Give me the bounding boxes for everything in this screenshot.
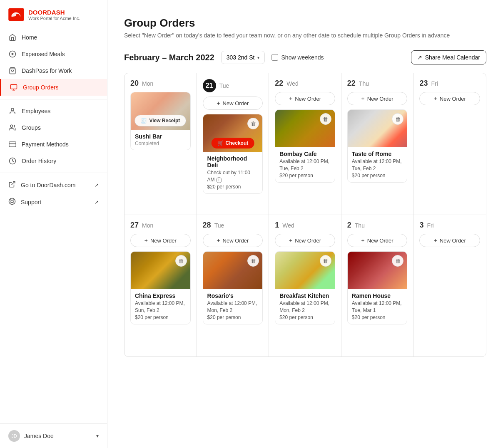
price-per-person: $20 per person: [207, 314, 259, 321]
user-name: James Doe: [24, 433, 92, 439]
checkout-button[interactable]: 🛒Checkout: [212, 138, 254, 149]
today-date-number: 21: [203, 79, 216, 92]
svg-rect-9: [9, 142, 16, 147]
sidebar-item-group-orders[interactable]: Group Orders: [0, 79, 107, 96]
delete-order-button[interactable]: 🗑: [392, 113, 403, 125]
cell-header: 23Fri: [413, 73, 486, 92]
restaurant-image: 🗑: [348, 252, 407, 289]
location-dropdown[interactable]: 303 2nd St ▾: [221, 51, 265, 64]
info-icon[interactable]: i: [216, 177, 222, 183]
card-icon: [8, 140, 17, 149]
cell-header: 27Mon: [125, 215, 197, 234]
date-number: 1: [275, 221, 279, 230]
day-name: Wed: [286, 80, 299, 87]
delete-order-button[interactable]: 🗑: [247, 255, 259, 267]
cell-header: 21Tue: [197, 73, 269, 97]
show-weekends-toggle[interactable]: Show weekends: [271, 54, 324, 61]
receipt-icon: 🧾: [141, 118, 147, 124]
person-icon: [8, 107, 17, 115]
restaurant-card-taste-of-rome: 🗑Taste of RomeAvailable at 12:00 PM, Tue…: [347, 109, 408, 183]
plus-icon: +: [289, 237, 292, 244]
sidebar-item-home[interactable]: Home: [0, 29, 107, 46]
sidebar-item-support[interactable]: Support ↗: [0, 193, 107, 210]
restaurant-card-breakfast-kitchen: 🗑Breakfast KitchenAvailable at 12:00 PM,…: [275, 251, 335, 324]
sidebar-item-expensed-meals[interactable]: Expensed Meals: [0, 46, 107, 62]
sidebar-item-groups[interactable]: Groups: [0, 119, 107, 136]
day-name: Thu: [359, 80, 369, 87]
nav-divider-2: [0, 173, 107, 173]
restaurant-image: 🗑: [348, 110, 407, 147]
plus-icon: +: [434, 237, 437, 244]
sidebar-item-order-history[interactable]: Order History: [0, 153, 107, 169]
day-name: Thu: [355, 222, 365, 229]
sidebar-item-go-to-doordash[interactable]: Go to DoorDash.com ↗: [0, 176, 107, 193]
svg-point-7: [11, 108, 14, 111]
date-number: 23: [419, 79, 428, 88]
order-status: Completed: [135, 141, 186, 146]
price-per-person: $20 per person: [207, 183, 259, 191]
persons-icon: [8, 124, 17, 132]
brand-name: DOORDASH: [28, 9, 80, 16]
share-meal-calendar-button[interactable]: ↗ Share Meal Calendar: [411, 50, 486, 64]
date-number: 2: [347, 221, 351, 230]
sidebar-item-dashpass[interactable]: DashPass for Work: [0, 62, 107, 79]
sidebar-label-group-orders: Group Orders: [23, 84, 59, 91]
new-order-button[interactable]: +New Order: [203, 97, 263, 110]
home-icon: [8, 33, 17, 42]
restaurant-name: Rosario's: [207, 292, 259, 299]
restaurant-image: 🗑: [131, 252, 190, 289]
restaurant-image: 🗑: [275, 110, 335, 147]
view-receipt-button[interactable]: 🧾View Receipt: [134, 115, 186, 126]
plus-icon: +: [217, 100, 220, 106]
availability-text: Available at 12:00 PM, Sun, Feb 2: [135, 300, 186, 314]
weekends-checkbox[interactable]: [271, 54, 278, 61]
delete-order-button[interactable]: 🗑: [247, 118, 259, 129]
restaurant-image: 🛒Checkout🗑: [203, 114, 263, 152]
svg-line-17: [10, 203, 11, 203]
sidebar-label-go-to-doordash: Go to DoorDash.com: [21, 182, 76, 188]
new-order-button[interactable]: +New Order: [203, 234, 263, 247]
trash-icon: 🗑: [251, 121, 256, 127]
location-chevron-icon: ▾: [257, 55, 259, 60]
day-name: Mon: [142, 80, 153, 87]
price-per-person: $20 per person: [279, 172, 331, 179]
page-title: Group Orders: [124, 17, 486, 30]
delete-order-button[interactable]: 🗑: [392, 255, 403, 267]
restaurant-card-bombay-cafe: 🗑Bombay CafeAvailable at 12:00 PM, Tue, …: [275, 109, 335, 183]
restaurant-image: 🗑: [203, 252, 263, 289]
calendar-cell-0-4: 23Fri+New Order: [413, 73, 486, 215]
new-order-button[interactable]: +New Order: [130, 234, 191, 247]
svg-line-16: [13, 203, 14, 203]
card-info: Bombay CafeAvailable at 12:00 PM, Tue, F…: [275, 147, 335, 182]
new-order-button[interactable]: +New Order: [419, 92, 480, 105]
new-order-button[interactable]: +New Order: [275, 92, 335, 105]
page-subtitle: Select "New Order" on today's date to fe…: [124, 32, 486, 39]
card-info: Ramen HouseAvailable at 12:00 PM, Tue, M…: [348, 289, 407, 324]
user-profile-area[interactable]: JD James Doe ▾: [0, 423, 107, 448]
availability-text: Available at 12:00 PM, Mon, Feb 2: [207, 300, 259, 314]
nav-divider: [0, 99, 107, 99]
svg-point-14: [11, 200, 13, 203]
calendar-grid: 20Mon🧾View ReceiptSushi BarCompleted21Tu…: [124, 73, 486, 357]
cell-header: 1Wed: [269, 215, 341, 234]
sidebar-label-payment-methods: Payment Methods: [22, 141, 69, 148]
restaurant-image: 🧾View Receipt: [131, 92, 190, 130]
cell-header: 22Wed: [269, 73, 341, 92]
svg-point-8: [10, 125, 13, 127]
group-orders-icon: [10, 83, 18, 92]
new-order-button[interactable]: +New Order: [419, 234, 480, 247]
delete-order-button[interactable]: 🗑: [175, 255, 187, 267]
price-per-person: $20 per person: [279, 314, 331, 321]
delete-order-button[interactable]: 🗑: [320, 255, 331, 267]
new-order-button[interactable]: +New Order: [347, 234, 408, 247]
calendar-cell-0-0: 20Mon🧾View ReceiptSushi BarCompleted: [125, 73, 197, 215]
new-order-button[interactable]: +New Order: [275, 234, 335, 247]
availability-text: Available at 12:00 PM, Mon, Feb 2: [279, 300, 331, 314]
restaurant-image: 🗑: [275, 252, 335, 289]
card-info: China ExpressAvailable at 12:00 PM, Sun,…: [131, 289, 190, 324]
sidebar-item-employees[interactable]: Employees: [0, 103, 107, 119]
new-order-button[interactable]: +New Order: [347, 92, 408, 105]
svg-rect-4: [11, 84, 17, 89]
delete-order-button[interactable]: 🗑: [320, 113, 331, 125]
sidebar-item-payment-methods[interactable]: Payment Methods: [0, 136, 107, 153]
